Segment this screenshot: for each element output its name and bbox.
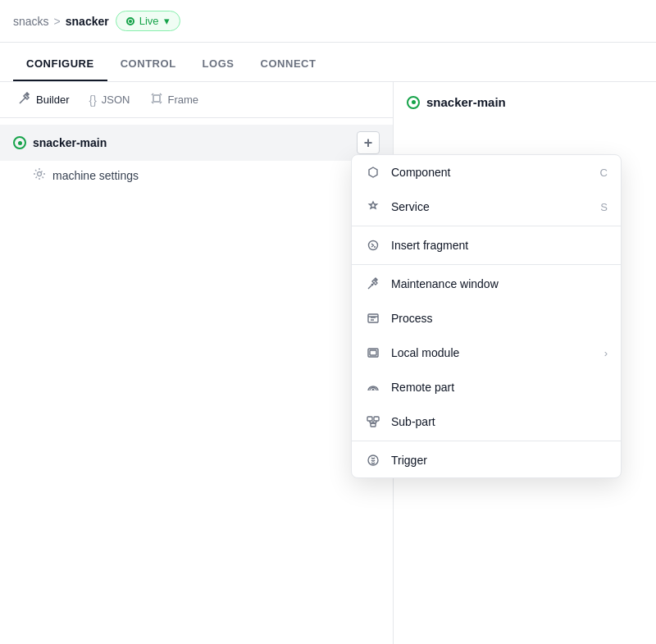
sub-tab-json[interactable]: {} JSON [80, 89, 138, 112]
svg-rect-5 [370, 350, 376, 355]
left-panel: Builder {} JSON Frame [0, 82, 394, 644]
menu-item-trigger[interactable]: Trigger [352, 443, 621, 477]
frame-label: Frame [168, 94, 199, 106]
component-shortcut: C [600, 167, 608, 179]
svg-rect-6 [367, 417, 372, 421]
nav-tabs: CONFIGURE CONTROL LOGS CONNECT [0, 43, 656, 82]
dropdown-menu: Component C Service S Insert fragment [351, 154, 622, 478]
component-label: Component [391, 166, 450, 179]
tree-root-item[interactable]: snacker-main + [0, 125, 393, 161]
svg-point-1 [38, 172, 42, 176]
tab-control[interactable]: CONTROL [107, 48, 189, 81]
tab-connect[interactable]: CONNECT [248, 48, 330, 81]
menu-item-service[interactable]: Service S [352, 190, 621, 224]
builder-label: Builder [36, 94, 69, 106]
svg-rect-8 [371, 423, 376, 427]
menu-divider-3 [352, 441, 621, 441]
menu-divider-1 [352, 226, 621, 226]
maintenance-window-label: Maintenance window [391, 277, 499, 290]
svg-rect-0 [153, 95, 160, 102]
top-bar: snacks > snacker Live ▾ [0, 0, 656, 43]
root-live-icon [13, 136, 26, 149]
sub-tab-frame[interactable]: Frame [142, 87, 207, 112]
tab-logs[interactable]: LOGS [189, 48, 248, 81]
live-badge[interactable]: Live ▾ [116, 11, 180, 31]
breadcrumb: snacks > snacker [13, 15, 109, 28]
gear-icon [33, 167, 46, 183]
insert-fragment-icon [365, 237, 381, 253]
service-label: Service [391, 200, 430, 213]
content-area: Builder {} JSON Frame [0, 82, 656, 644]
sub-part-label: Sub-part [391, 415, 435, 428]
menu-item-process[interactable]: Process [352, 301, 621, 336]
right-panel-header: snacker-main [407, 95, 643, 109]
process-icon [365, 310, 381, 327]
tree-root-group: snacker-main + machine settings [0, 125, 393, 190]
live-label: Live [139, 15, 159, 27]
sub-tabs: Builder {} JSON Frame [0, 82, 393, 118]
remote-part-label: Remote part [391, 381, 454, 394]
process-label: Process [391, 312, 433, 325]
local-module-arrow-icon: › [604, 347, 608, 359]
tree-child-machine-settings[interactable]: machine settings [0, 161, 393, 190]
menu-item-component[interactable]: Component C [352, 155, 621, 190]
maintenance-window-icon [365, 276, 381, 292]
menu-item-maintenance-window[interactable]: Maintenance window [352, 267, 621, 301]
breadcrumb-parent[interactable]: snacks [13, 15, 49, 28]
service-icon [365, 199, 381, 215]
component-icon [365, 164, 381, 180]
menu-item-local-module[interactable]: Local module › [352, 336, 621, 370]
trigger-label: Trigger [391, 454, 427, 467]
menu-item-sub-part[interactable]: Sub-part [352, 404, 621, 439]
breadcrumb-separator: > [54, 15, 61, 28]
svg-rect-7 [374, 417, 379, 421]
menu-divider-2 [352, 264, 621, 265]
trigger-icon [365, 452, 381, 468]
svg-rect-3 [368, 314, 378, 322]
json-icon: {} [89, 94, 96, 107]
json-label: JSON [102, 94, 130, 106]
tab-configure[interactable]: CONFIGURE [13, 48, 107, 81]
right-header-label: snacker-main [426, 95, 506, 109]
builder-icon [18, 92, 31, 107]
tree-area: snacker-main + machine settings [0, 118, 393, 644]
insert-fragment-label: Insert fragment [391, 239, 468, 252]
sub-tab-builder[interactable]: Builder [10, 87, 77, 112]
menu-item-insert-fragment[interactable]: Insert fragment [352, 228, 621, 263]
right-live-icon [407, 96, 420, 109]
tree-root-label: snacker-main [33, 136, 107, 149]
menu-item-remote-part[interactable]: Remote part [352, 370, 621, 404]
tree-add-button[interactable]: + [357, 131, 380, 154]
machine-settings-label: machine settings [52, 169, 139, 182]
live-chevron-icon: ▾ [164, 15, 170, 27]
local-module-label: Local module [391, 346, 459, 359]
breadcrumb-current: snacker [66, 15, 109, 28]
sub-part-icon [365, 413, 381, 430]
service-shortcut: S [600, 201, 608, 213]
local-module-icon [365, 345, 381, 361]
remote-part-icon [365, 379, 381, 395]
frame-icon [150, 92, 163, 107]
live-dot-icon [126, 17, 134, 25]
